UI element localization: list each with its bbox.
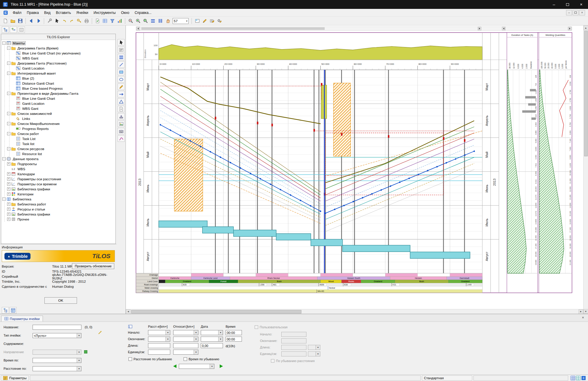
tree-item[interactable]: +Ресурсы и статьи bbox=[1, 207, 115, 212]
scroll-up-icon[interactable]: ▲ bbox=[584, 25, 588, 30]
line-button[interactable] bbox=[118, 61, 125, 68]
tree-item[interactable]: -Диаграмма Ганта (Расстояние) bbox=[1, 61, 115, 66]
tree-item[interactable]: +Календари bbox=[1, 171, 115, 176]
rect-button[interactable] bbox=[118, 69, 125, 75]
printer-button[interactable] bbox=[83, 17, 90, 25]
pointer-button[interactable] bbox=[118, 39, 125, 46]
minimize-button[interactable]: – bbox=[547, 0, 561, 9]
collapse-icon[interactable]: - bbox=[7, 46, 10, 50]
tree-item[interactable]: +Параметры оси расстояния bbox=[1, 176, 115, 181]
wrench-button[interactable] bbox=[46, 17, 53, 25]
distance-by-select[interactable]: ▾ bbox=[33, 366, 81, 371]
tree-item[interactable]: -Библиотека bbox=[1, 197, 115, 202]
mdi-restore-button[interactable] bbox=[573, 10, 579, 15]
funnel-button[interactable] bbox=[109, 17, 116, 25]
direction-select[interactable]: ▾ bbox=[33, 350, 81, 355]
end-distance-select[interactable]: ▾ bbox=[148, 337, 170, 342]
zoom-out-button[interactable] bbox=[127, 17, 134, 25]
edit-button[interactable] bbox=[201, 17, 208, 25]
collapse-icon[interactable]: - bbox=[7, 72, 10, 75]
collapse-icon[interactable]: - bbox=[2, 41, 6, 45]
zoom-box-button[interactable] bbox=[142, 17, 149, 25]
prev-cell-arrow-button[interactable] bbox=[173, 364, 176, 368]
pencil-button[interactable] bbox=[118, 83, 125, 90]
statusbar-parameters[interactable]: Параметры bbox=[1, 375, 29, 381]
cell-navigation-select[interactable]: ▾ bbox=[179, 364, 214, 369]
chart-top-scrollbar[interactable] bbox=[136, 27, 572, 30]
explorer-tree[interactable]: -Макеты-Диаграмма Ганта (Время)Blue Line… bbox=[1, 40, 115, 244]
tree-item[interactable]: -Диаграмма Ганта (Время) bbox=[1, 46, 115, 51]
length-duration-input[interactable]: 0,00 bbox=[201, 343, 223, 348]
report-button[interactable] bbox=[94, 17, 101, 25]
tree-item[interactable]: Task List bbox=[1, 136, 115, 141]
custom-start-input[interactable] bbox=[281, 332, 306, 337]
tree-item[interactable]: +Параметры оси времени bbox=[1, 181, 115, 187]
tree-item[interactable]: Progress Reports bbox=[1, 126, 115, 131]
expand-icon[interactable]: + bbox=[7, 187, 10, 191]
units-select[interactable]: ▾ bbox=[173, 350, 198, 355]
expand-icon[interactable]: + bbox=[7, 162, 10, 165]
tree-item[interactable]: Blue Line Gantt Chart (по умолчанию) bbox=[1, 51, 115, 56]
chart-workspace[interactable]: 10050Elevation0+00010+00020+00030+00040+… bbox=[126, 25, 583, 314]
menu-item[interactable]: Правка bbox=[24, 9, 42, 16]
tree-item[interactable]: Links bbox=[1, 116, 115, 121]
folder-open-button[interactable] bbox=[9, 17, 16, 25]
menu-item[interactable]: Инструменты bbox=[91, 9, 118, 16]
menu-item[interactable]: Файл bbox=[10, 9, 24, 16]
save-button[interactable] bbox=[17, 17, 24, 25]
tree-item[interactable]: Blue (2) bbox=[1, 76, 115, 81]
tree-item[interactable]: -Список МикроВыполнения bbox=[1, 121, 115, 126]
tree-tab-button[interactable] bbox=[2, 307, 9, 314]
chart-button[interactable] bbox=[116, 17, 123, 25]
statusbar-view-mode[interactable]: Стандартная bbox=[422, 375, 472, 381]
key-button[interactable] bbox=[75, 17, 83, 25]
expand-icon[interactable]: + bbox=[7, 202, 10, 206]
vertical-scroll-thumb[interactable] bbox=[584, 31, 588, 156]
edit-grid-button[interactable] bbox=[208, 17, 216, 25]
tree-columns-button[interactable] bbox=[18, 26, 25, 33]
tree-item[interactable]: -Макеты bbox=[1, 41, 115, 46]
expand-icon[interactable]: + bbox=[7, 208, 10, 211]
custom-descending-checkbox[interactable]: По убыванию расстояния bbox=[271, 359, 315, 363]
collapse-icon[interactable]: - bbox=[2, 157, 6, 160]
tree-item[interactable]: +Библиотека графики bbox=[1, 187, 115, 192]
time-location-chart[interactable]: 10050Elevation0+00010+00020+00030+00040+… bbox=[126, 25, 583, 309]
expand-icon[interactable]: + bbox=[7, 218, 10, 221]
end-date-select[interactable]: ▾ bbox=[201, 337, 223, 342]
collapse-icon[interactable]: - bbox=[7, 147, 10, 150]
ellipse-button[interactable] bbox=[118, 76, 125, 83]
rows3-button[interactable] bbox=[118, 54, 125, 60]
name-input[interactable] bbox=[33, 325, 81, 330]
tree-item[interactable]: +Подпроекты bbox=[1, 161, 115, 166]
horizontal-scrollbar[interactable]: ◄ ► bbox=[126, 309, 583, 314]
distance-descending-checkbox[interactable]: Расстояние по убыванию bbox=[128, 357, 172, 361]
panel-close-icon[interactable]: × bbox=[580, 316, 586, 320]
custom-length-unit-select[interactable]: ▾ bbox=[308, 345, 320, 350]
collapse-icon[interactable]: - bbox=[7, 62, 10, 65]
layout-solid-blue-icon[interactable] bbox=[581, 376, 586, 380]
maximize-button[interactable] bbox=[561, 0, 574, 9]
collapse-icon[interactable]: - bbox=[7, 132, 10, 135]
tree-item[interactable]: Gantt Location bbox=[1, 101, 115, 106]
nav-back-button[interactable] bbox=[28, 17, 35, 25]
mdi-close-button[interactable]: × bbox=[579, 10, 585, 15]
tree-item[interactable]: WBS Gant bbox=[1, 56, 115, 61]
tree-item[interactable]: -Презентация в виде Диаграммы Ганта bbox=[1, 91, 115, 96]
close-button[interactable]: × bbox=[574, 0, 588, 9]
length-relative-input[interactable] bbox=[173, 343, 198, 348]
check-update-button[interactable]: Проверить обновление bbox=[72, 263, 114, 269]
collapse-icon[interactable]: - bbox=[7, 122, 10, 125]
units-input[interactable] bbox=[148, 350, 170, 355]
tree-item[interactable]: 1.2WBS bbox=[1, 166, 115, 171]
collapse-icon[interactable]: - bbox=[2, 197, 6, 201]
custom-end-input[interactable] bbox=[281, 338, 306, 343]
menu-item[interactable]: Справка... bbox=[132, 9, 154, 16]
chart-canvas[interactable]: 10050Elevation0+00010+00020+00030+00040+… bbox=[126, 25, 583, 309]
expand-icon[interactable]: + bbox=[7, 213, 10, 216]
layout-tab-button[interactable] bbox=[9, 307, 17, 314]
expand-icon[interactable]: + bbox=[7, 172, 10, 176]
edit-gear-button[interactable] bbox=[216, 17, 223, 25]
cols-button[interactable] bbox=[157, 17, 164, 25]
tree-item[interactable]: -Список зависимостей bbox=[1, 111, 115, 116]
pointer-button[interactable] bbox=[53, 17, 60, 25]
